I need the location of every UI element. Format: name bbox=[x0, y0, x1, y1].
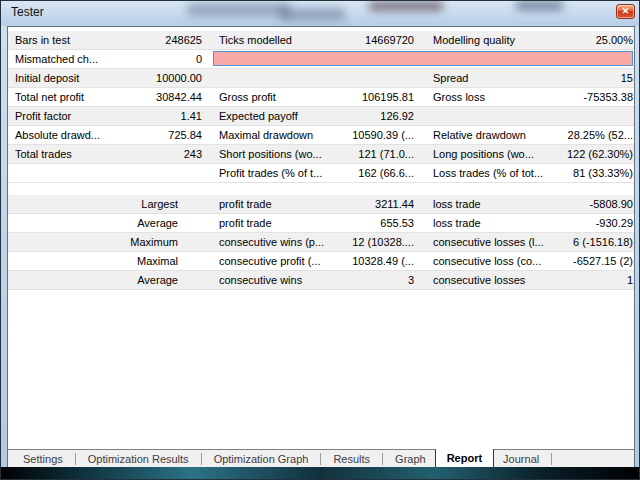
stat-value bbox=[98, 214, 202, 232]
stat-value: -75353.38 bbox=[486, 88, 633, 106]
tab-separator bbox=[382, 453, 383, 465]
stat-value: 1 bbox=[486, 271, 633, 289]
table-row[interactable]: Total trades 243 Short positions (wo... … bbox=[8, 145, 634, 164]
stat-value: 122 (62.30%) bbox=[486, 145, 633, 163]
table-row[interactable]: Average consecutive wins 3 consecutive l… bbox=[8, 271, 634, 290]
stat-value: 725.84 bbox=[98, 126, 202, 144]
table-row[interactable]: Mismatched ch... 0 bbox=[8, 50, 634, 69]
tester-window: Tester ✕ Bars in test 248625 Ticks model… bbox=[0, 0, 640, 480]
stat-value: 0 bbox=[98, 50, 202, 68]
stat-value: 81 (33.33%) bbox=[486, 164, 633, 182]
table-row[interactable]: Initial deposit 10000.00 Spread 15 bbox=[8, 69, 634, 88]
background-window-blur bbox=[369, 1, 443, 11]
stat-value: 14669720 bbox=[304, 31, 414, 49]
close-icon[interactable]: ✕ bbox=[616, 4, 635, 19]
background-window-blur bbox=[187, 3, 291, 16]
table-row[interactable]: Average profit trade 655.53 loss trade -… bbox=[8, 214, 634, 233]
stat-value bbox=[98, 164, 202, 182]
stat-value: 243 bbox=[98, 145, 202, 163]
report-panel: Bars in test 248625 Ticks modelled 14669… bbox=[7, 26, 635, 469]
stat-value: 162 (66.6... bbox=[304, 164, 414, 182]
stat-value: 248625 bbox=[98, 31, 202, 49]
tab-bar: SettingsOptimization ResultsOptimization… bbox=[8, 449, 634, 468]
tab-separator bbox=[75, 453, 76, 465]
stat-value: 3211.44 bbox=[304, 195, 414, 213]
background-window-blur bbox=[516, 1, 563, 10]
stat-value: -930.29 bbox=[486, 214, 633, 232]
table-row[interactable]: Maximal consecutive profit (... 10328.49… bbox=[8, 252, 634, 271]
table-row[interactable]: Profit factor 1.41 Expected payoff 126.9… bbox=[8, 107, 634, 126]
background-window-blur bbox=[279, 8, 345, 21]
stat-value bbox=[486, 107, 633, 125]
stat-value: 1.41 bbox=[98, 107, 202, 125]
stat-value: -5808.90 bbox=[486, 195, 633, 213]
stat-value: 121 (71.0... bbox=[304, 145, 414, 163]
stat-value bbox=[98, 195, 202, 213]
tab-results[interactable]: Results bbox=[324, 450, 379, 468]
tab-report[interactable]: Report bbox=[435, 449, 494, 468]
tab-journal[interactable]: Journal bbox=[494, 450, 548, 468]
table-row[interactable]: Total net profit 30842.44 Gross profit 1… bbox=[8, 88, 634, 107]
stat-value: 12 (10328.... bbox=[304, 233, 414, 251]
stat-value: 28.25% (52... bbox=[486, 126, 633, 144]
tab-separator bbox=[320, 453, 321, 465]
stat-value bbox=[304, 69, 414, 87]
table-row[interactable]: Absolute drawd... 725.84 Maximal drawdow… bbox=[8, 126, 634, 145]
tab-optimization-results[interactable]: Optimization Results bbox=[79, 450, 198, 468]
stat-value bbox=[98, 233, 202, 251]
stat-value: 10328.49 (... bbox=[304, 252, 414, 270]
stat-value: 126.92 bbox=[304, 107, 414, 125]
stat-value: 10000.00 bbox=[98, 69, 202, 87]
table-row[interactable]: Profit trades (% of t... 162 (66.6... Lo… bbox=[8, 164, 634, 183]
tab-separator bbox=[201, 453, 202, 465]
tab-optimization-graph[interactable]: Optimization Graph bbox=[205, 450, 318, 468]
modelling-quality-bar bbox=[213, 51, 633, 66]
tab-settings[interactable]: Settings bbox=[14, 450, 72, 468]
window-title: Tester bbox=[11, 5, 44, 19]
title-bar[interactable]: Tester ✕ bbox=[1, 1, 639, 26]
tab-separator bbox=[551, 453, 552, 465]
window-bottom-edge bbox=[1, 467, 639, 479]
stat-value: 25.00% bbox=[486, 31, 633, 49]
table-row[interactable]: Largest profit trade 3211.44 loss trade … bbox=[8, 195, 634, 214]
stat-value bbox=[98, 271, 202, 289]
stat-value: 6 (-1516.18) bbox=[486, 233, 633, 251]
table-row[interactable]: Maximum consecutive wins (p... 12 (10328… bbox=[8, 233, 634, 252]
stat-value: 106195.81 bbox=[304, 88, 414, 106]
stat-value: 655.53 bbox=[304, 214, 414, 232]
table-row[interactable]: Bars in test 248625 Ticks modelled 14669… bbox=[8, 31, 634, 50]
tab-graph[interactable]: Graph bbox=[386, 450, 435, 468]
stat-value: 15 bbox=[486, 69, 633, 87]
stat-value: 30842.44 bbox=[98, 88, 202, 106]
stat-value bbox=[98, 252, 202, 270]
stat-value: 3 bbox=[304, 271, 414, 289]
stat-value: -6527.15 (2) bbox=[486, 252, 633, 270]
table-spacer-row bbox=[8, 183, 634, 195]
stat-value: 10590.39 (... bbox=[304, 126, 414, 144]
report-table: Bars in test 248625 Ticks modelled 14669… bbox=[8, 31, 634, 290]
